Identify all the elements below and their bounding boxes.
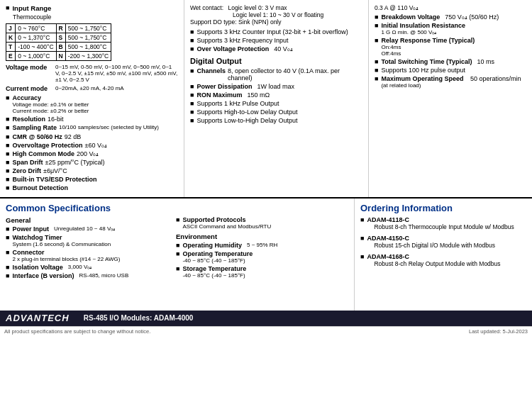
bottom-area: Common Specifications General ■ Power In… xyxy=(0,197,532,311)
current-mode-label: Current mode xyxy=(6,85,55,92)
max-op-label: Maximum Operating Speed xyxy=(381,75,463,82)
resolution-block: ■ Resolution 16-bit xyxy=(6,116,178,123)
left-panel: ■ Input Range Thermocouple J 0 ~ 760°C R… xyxy=(0,0,184,197)
current-mode-value: 0~20mA, ±20 mA, 4-20 mA xyxy=(55,85,178,92)
table-row: E 0 ~ 1,000°C N -200 ~ 1,300°C xyxy=(6,51,111,60)
common-inner: General ■ Power Input Unregulated 10 ~ 4… xyxy=(6,216,348,281)
isolation-block: ■ Isolation Voltage 3,000 V₀₄ xyxy=(6,264,170,271)
accuracy-label: Accuracy xyxy=(12,94,41,101)
sampling-rate-block: ■ Sampling Rate 10/100 samples/sec (sele… xyxy=(6,124,178,131)
interface-value: RS-485, micro USB xyxy=(79,272,128,279)
relay-resp-on: On:4ms xyxy=(381,44,477,50)
list-item: ■ ADAM-4150-C Robust 15-ch Digital I/O M… xyxy=(360,235,526,249)
ron-max-value: 150 mΩ xyxy=(247,91,270,99)
power-input-label: Power Input xyxy=(12,225,49,233)
zero-drift-value: ±6μV/°C xyxy=(43,167,67,174)
ordering-info-section: Ordering Information ■ ADAM-4118-C Robus… xyxy=(355,199,532,311)
builtin-label: Built-in TVS/ESD Protection xyxy=(12,176,96,183)
relay-resp-block: ■ Relay Response Time (Typical) On:4ms O… xyxy=(375,37,526,57)
watchdog-label: Watchdog Timer xyxy=(12,234,62,241)
total-switch-value: 10 ms xyxy=(477,58,494,65)
input-range-title: Input Range xyxy=(12,4,51,12)
overvoltage-block-mid: ■ Over Voltage Protection 40 V₀₄ xyxy=(190,45,362,52)
high-common-block: ■ High Common Mode 200 V₀₄ xyxy=(6,150,178,157)
current-mode-block: Current mode 0~20mA, ±20 mA, 4-20 mA xyxy=(6,85,178,92)
interface-label: Interface (B version) xyxy=(12,272,74,279)
footer-disclaimer: All product specifications are subject t… xyxy=(4,328,150,335)
low-to-high-block: ■ Supports Low-to-High Delay Output xyxy=(190,117,362,124)
advantech-logo: ADVANTECH xyxy=(6,313,70,323)
channels-block: ■ Channels 8, open collector to 40 V (0.… xyxy=(190,67,362,82)
thermocouple-label: Thermocouple xyxy=(6,13,178,22)
accuracy-value2: Current mode: ±0.2% or better xyxy=(12,108,89,114)
environment-title: Environment xyxy=(176,233,346,240)
thermocouple-table: J 0 ~ 760°C R 500 ~ 1,750°C K 0 ~ 1,370°… xyxy=(6,23,111,61)
op-humidity-label: Operating Humidity xyxy=(182,242,242,249)
freq-block: ■ Supports 3 kHz Frequency Input xyxy=(190,37,362,44)
accuracy-block: ■ Accuracy Voltage mode: ±0.1% or better… xyxy=(6,94,178,114)
total-switch-block: ■ Total Switching Time (Typical) 10 ms xyxy=(375,58,526,65)
burnout-label: Burnout Detection xyxy=(12,184,68,191)
resolution-label: Resolution xyxy=(12,116,45,123)
breakdown-label: Breakdown Voltage xyxy=(381,13,440,21)
connector-value: 2 x plug-in terminal blocks (#14 ~ 22 AW… xyxy=(12,256,120,262)
storage-temp-label: Storage Temperature xyxy=(182,265,246,272)
interface-block: ■ Interface (B version) RS-485, micro US… xyxy=(6,272,170,279)
pulse100-block: ■ Supports 100 Hz pulse output xyxy=(375,67,526,74)
overvoltage-block: ■ Overvoltage Protection ±60 V₀₄ xyxy=(6,142,178,149)
cmr-label: CMR @ 50/60 Hz xyxy=(12,133,62,140)
isolation-value: 3,000 V₀₄ xyxy=(68,264,92,270)
accuracy-value1: Voltage mode: ±0.1% or better xyxy=(12,101,89,108)
voltage-mode-label: Voltage mode xyxy=(6,64,55,83)
common-right: ■ Supported Protocols ASCII Command and … xyxy=(176,216,346,281)
span-drift-block: ■ Span Drift ±25 ppm/°C (Typical) xyxy=(6,159,178,166)
voltage-mode-block: Voltage mode 0~15 mV, 0-50 mV, 0~100 mV,… xyxy=(6,64,178,83)
support-do: Support DO type: Sink (NPN) only xyxy=(190,18,362,26)
main-content: ■ Input Range Thermocouple J 0 ~ 760°C R… xyxy=(0,0,532,197)
input-range-header: ■ Input Range xyxy=(6,4,178,12)
cmr-block: ■ CMR @ 50/60 Hz 92 dB xyxy=(6,133,178,140)
voltage-mode-value: 0~15 mV, 0-50 mV, 0~100 mV, 0~500 mV, 0~… xyxy=(55,64,178,83)
connector-block: ■ Connector 2 x plug-in terminal blocks … xyxy=(6,249,170,262)
op-temp-label: Operating Temperature xyxy=(182,250,253,257)
note1-value: 0.3 A @ 110 V₀₄ xyxy=(375,4,419,11)
op-humidity-value: 5 ~ 95% RH xyxy=(247,242,277,248)
power-diss-value: 1W load max xyxy=(257,83,294,90)
connector-label: Connector xyxy=(12,249,44,256)
pulse-block: ■ Supports 1 kHz Pulse Output xyxy=(190,100,362,107)
initial-ins-value: 1 G Ω min. @ 500 V₀₄ xyxy=(381,29,467,35)
middle-panel: Wet contact: Logic level 0: 3 V max Logi… xyxy=(184,0,369,197)
ordering-info-title: Ordering Information xyxy=(360,203,526,213)
breakdown-block: ■ Breakdown Voltage 750 V₀₄ (50/60 Hz) xyxy=(375,13,526,21)
ron-max-block: ■ RON Maximum 150 mΩ xyxy=(190,91,362,99)
storage-temp-value: -40 ~ 85°C (-40 ~ 185°F) xyxy=(182,272,248,279)
common-specs-title: Common Specifications xyxy=(6,203,348,213)
resolution-value: 16-bit xyxy=(48,116,64,123)
op-temp-value: -40 ~ 85°C (-40 ~ 185°F) xyxy=(182,257,255,264)
op-humidity-block: ■ Operating Humidity 5 ~ 95% RH xyxy=(176,242,346,249)
wet-contact-line3: Logic level 1: 10 ~ 30 V or floating xyxy=(190,11,362,18)
high-common-label: High Common Mode xyxy=(12,150,74,157)
initial-ins-block: ■ Initial Insulation Resistance 1 G Ω mi… xyxy=(375,22,526,35)
overvoltage-value-mid: 40 V₀₄ xyxy=(274,45,293,52)
power-input-value: Unregulated 10 ~ 48 V₀₄ xyxy=(54,225,115,232)
footer-bar: ADVANTECH RS-485 I/O Modules: ADAM-4000 xyxy=(0,311,532,326)
overvoltage-label-mid: Over Voltage Protection xyxy=(196,45,269,52)
supported-protocols-value: ASCII Command and Modbus/RTU xyxy=(182,223,271,230)
common-specs-section: Common Specifications General ■ Power In… xyxy=(0,199,355,311)
op-temp-block: ■ Operating Temperature -40 ~ 85°C (-40 … xyxy=(176,250,346,264)
breakdown-value: 750 V₀₄ (50/60 Hz) xyxy=(445,13,499,21)
max-op-block: ■ Maximum Operating Speed 50 operations/… xyxy=(375,75,526,89)
freq-label: Supports 3 kHz Frequency Input xyxy=(196,37,288,44)
high-to-low-block: ■ Supports High-to-Low Delay Output xyxy=(190,108,362,116)
ron-max-label: RON Maximum xyxy=(196,91,242,99)
builtin-block: ■ Built-in TVS/ESD Protection xyxy=(6,176,178,183)
isolation-label: Isolation Voltage xyxy=(12,264,62,271)
initial-ins-label: Initial Insulation Resistance xyxy=(381,22,465,29)
channels-label: Channels xyxy=(196,67,226,74)
zero-drift-block: ■ Zero Drift ±6μV/°C xyxy=(6,167,178,174)
overvoltage-value: ±60 V₀₄ xyxy=(84,142,106,149)
common-left: General ■ Power Input Unregulated 10 ~ 4… xyxy=(6,216,176,281)
table-row: T -100 ~ 400°C B 500 ~ 1,800°C xyxy=(6,42,111,51)
watchdog-block: ■ Watchdog Timer System (1.6 second) & C… xyxy=(6,234,170,247)
